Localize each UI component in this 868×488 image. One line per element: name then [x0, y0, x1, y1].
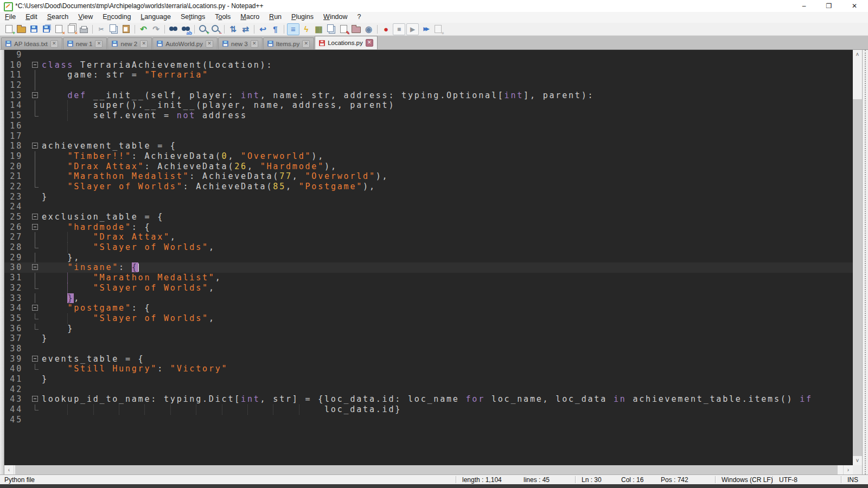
scroll-down-arrow-icon[interactable]: ˅	[853, 456, 862, 465]
tab-close-icon[interactable]: ✕	[366, 39, 373, 47]
menu-macro[interactable]: Macro	[235, 12, 264, 23]
code-line-10[interactable]: 10class TerrariaAchievement(Location):	[4, 60, 853, 70]
macro-save-icon[interactable]: ●	[432, 24, 444, 35]
code-text[interactable]: "Drax Attax": AchieveData(26, "Hardmode"…	[42, 162, 853, 172]
fold-margin[interactable]	[23, 212, 42, 222]
vertical-scrollbar[interactable]: ˄ ˅	[853, 50, 862, 465]
code-line-45[interactable]: 45	[4, 415, 853, 425]
code-text[interactable]: exclusion_table = {	[42, 212, 853, 222]
word-wrap-icon[interactable]: ↩	[257, 24, 269, 35]
code-text[interactable]: "Drax Attax",	[42, 232, 853, 242]
menu-settings[interactable]: Settings	[176, 12, 210, 23]
code-line-20[interactable]: 20 "Drax Attax": AchieveData(26, "Hardmo…	[4, 162, 853, 172]
vertical-scroll-thumb[interactable]	[853, 99, 862, 456]
code-line-21[interactable]: 21 "Marathon Medalist": AchieveData(77, …	[4, 171, 853, 182]
code-line-27[interactable]: 27 "Drax Attax",	[4, 232, 853, 242]
lightning-icon[interactable]: ϟ	[301, 24, 312, 35]
close-button[interactable]: ✕	[845, 0, 864, 12]
fold-collapse-icon[interactable]	[32, 214, 38, 220]
tab-new-3[interactable]: new 3✕	[218, 37, 263, 49]
code-line-37[interactable]: 37}	[4, 333, 853, 344]
code-line-31[interactable]: 31 "Marathon Medalist",	[4, 273, 853, 283]
fold-collapse-icon[interactable]	[32, 143, 38, 149]
code-line-15[interactable]: 15 self.event = not address	[4, 111, 853, 121]
code-line-35[interactable]: 35 "Slayer of Worlds",	[4, 313, 853, 324]
code-text[interactable]: lookup_id_to_name: typing.Dict[int, str]…	[42, 394, 853, 404]
tab-new-2[interactable]: new 2✕	[107, 37, 152, 49]
code-text[interactable]: }	[42, 324, 853, 334]
menu-view[interactable]: View	[73, 12, 98, 23]
code-line-32[interactable]: 32 "Slayer of Worlds",	[4, 283, 853, 293]
fold-margin[interactable]	[23, 222, 42, 233]
define-language-icon[interactable]: ✎	[338, 24, 349, 35]
tab-close-icon[interactable]: ✕	[302, 40, 310, 48]
code-line-36[interactable]: 36 }	[4, 324, 853, 334]
code-line-9[interactable]: 9	[4, 50, 853, 60]
code-text[interactable]: achievement_table = {	[42, 141, 853, 151]
code-text[interactable]: }	[42, 374, 853, 384]
code-text[interactable]: "postgame": {	[42, 303, 853, 313]
minimize-button[interactable]: –	[795, 0, 813, 12]
code-line-23[interactable]: 23}	[4, 192, 853, 202]
code-text[interactable]: "Marathon Medalist",	[42, 273, 853, 283]
code-text[interactable]	[42, 121, 853, 131]
menu-encoding[interactable]: Encoding	[98, 12, 136, 23]
macro-stop-icon[interactable]: ■	[393, 23, 405, 35]
code-text[interactable]: "Slayer of Worlds": AchieveData(85, "Pos…	[42, 182, 853, 192]
fold-collapse-icon[interactable]	[32, 62, 38, 68]
close-icon[interactable]: ×	[53, 24, 65, 35]
restore-button[interactable]: ❐	[820, 0, 838, 12]
code-text[interactable]: self.event = not address	[42, 111, 853, 121]
sync-vertical-icon[interactable]: ⇅	[227, 24, 239, 35]
code-text[interactable]: "Slayer of Worlds",	[42, 283, 853, 293]
replace-icon[interactable]: ab	[180, 24, 192, 35]
fold-margin[interactable]	[23, 354, 42, 364]
fold-margin[interactable]	[23, 262, 42, 273]
tab-autoworld-py[interactable]: AutoWorld.py✕	[152, 37, 218, 49]
code-text[interactable]: events_table = {	[42, 354, 853, 364]
code-line-19[interactable]: 19 "Timber!!": AchieveData(0, "Overworld…	[4, 151, 853, 162]
redo-icon[interactable]: ↷	[150, 24, 162, 35]
code-text[interactable]: "hardmode": {	[42, 222, 853, 233]
code-text[interactable]	[42, 202, 853, 212]
code-line-44[interactable]: 44 loc_data.id}	[4, 404, 853, 415]
code-text[interactable]	[42, 80, 853, 91]
code-line-39[interactable]: 39events_table = {	[4, 354, 853, 364]
code-line-13[interactable]: 13 def __init__(self, player: int, name:…	[4, 91, 853, 101]
code-text[interactable]: "Marathon Medalist": AchieveData(77, "Ov…	[42, 171, 853, 182]
fold-collapse-icon[interactable]	[32, 224, 38, 230]
code-line-30[interactable]: 30 "insane": {	[4, 262, 853, 273]
horizontal-scrollbar[interactable]: ‹ ›	[4, 465, 853, 474]
code-line-14[interactable]: 14 super().__init__(player, name, addres…	[4, 100, 853, 111]
code-text[interactable]: "Still Hungry": "Victory"	[42, 364, 853, 374]
menu-plugins[interactable]: Plugins	[286, 12, 318, 23]
menu-run[interactable]: Run	[264, 12, 286, 23]
code-line-42[interactable]: 42	[4, 384, 853, 395]
macro-play-icon[interactable]: ▶	[406, 23, 419, 35]
open-file-icon[interactable]	[16, 24, 27, 35]
scroll-up-arrow-icon[interactable]: ˄	[853, 50, 862, 59]
menu-edit[interactable]: Edit	[21, 12, 42, 23]
tab-close-icon[interactable]: ✕	[50, 40, 58, 48]
code-line-16[interactable]: 16	[4, 121, 853, 131]
macro-run-multiple-icon[interactable]: ▶▶	[420, 24, 431, 35]
code-line-28[interactable]: 28 "Slayer of Worlds",	[4, 242, 853, 253]
fold-collapse-icon[interactable]	[32, 356, 38, 362]
scroll-left-arrow-icon[interactable]: ‹	[4, 465, 14, 474]
folder-as-workspace-icon[interactable]	[350, 24, 362, 35]
print-icon[interactable]	[78, 24, 90, 35]
code-text[interactable]: }	[42, 192, 853, 202]
menu-file[interactable]: File	[0, 12, 21, 23]
code-text[interactable]	[42, 384, 853, 395]
find-icon[interactable]	[168, 24, 179, 35]
code-text[interactable]	[42, 131, 853, 142]
fold-margin[interactable]	[23, 303, 42, 313]
fold-collapse-icon[interactable]	[32, 305, 38, 311]
tab-close-icon[interactable]: ✕	[95, 40, 103, 48]
code-line-41[interactable]: 41}	[4, 374, 853, 384]
code-editor[interactable]: 910class TerrariaAchievement(Location):1…	[4, 50, 853, 465]
menu-help[interactable]: ?	[353, 12, 366, 23]
code-text[interactable]: },	[42, 293, 853, 304]
sync-horizontal-icon[interactable]: ⇄	[240, 24, 251, 35]
code-text[interactable]: loc_data.id}	[42, 404, 853, 415]
